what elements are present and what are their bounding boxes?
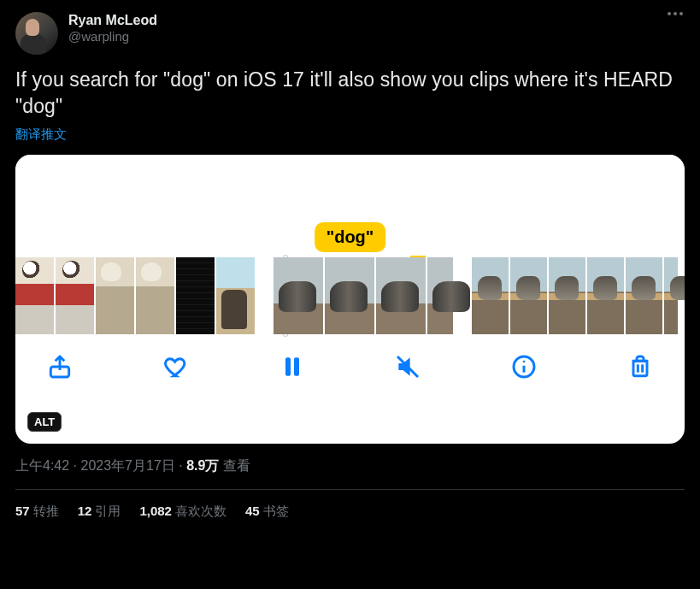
author-names: Ryan McLeod @warpling (68, 12, 157, 45)
stat-quotes[interactable]: 12引用 (78, 504, 121, 520)
tweet-media[interactable]: "dog" (15, 155, 685, 444)
avatar[interactable] (15, 12, 58, 55)
stat-bookmarks[interactable]: 45书签 (245, 504, 289, 520)
clip-thumbnail[interactable] (472, 257, 509, 334)
clip-thumbnail[interactable] (136, 257, 174, 334)
alt-badge[interactable]: ALT (27, 412, 62, 432)
tweet-container: Ryan McLeod @warpling If you search for … (0, 0, 700, 520)
clip-thumbnail[interactable] (587, 257, 624, 334)
clip-thumbnail[interactable] (510, 257, 547, 334)
video-timeline[interactable] (15, 257, 685, 334)
mute-icon[interactable] (392, 351, 423, 382)
svg-rect-7 (633, 361, 647, 375)
tweet-header: Ryan McLeod @warpling (15, 12, 685, 55)
clip-thumbnail[interactable] (96, 257, 134, 334)
clip-thumbnail[interactable] (274, 257, 323, 334)
clip-thumbnail[interactable] (549, 257, 585, 334)
translate-link[interactable]: 翻译推文 (15, 127, 685, 143)
pause-icon[interactable] (277, 351, 308, 382)
info-icon[interactable] (509, 351, 539, 382)
more-options-button[interactable] (668, 12, 683, 15)
clip-group[interactable] (472, 257, 678, 334)
tweet-meta: 上午4:42 · 2023年7月17日 · 8.9万 查看 (15, 457, 685, 475)
stat-likes[interactable]: 1,082喜欢次数 (139, 504, 226, 520)
clip-group[interactable] (15, 257, 255, 334)
svg-rect-1 (285, 357, 291, 375)
search-chip: "dog" (315, 222, 386, 252)
stat-retweets[interactable]: 57转推 (15, 504, 59, 520)
tweet-date[interactable]: 2023年7月17日 (80, 458, 174, 473)
clip-thumbnail[interactable] (626, 257, 662, 334)
clip-thumbnail[interactable] (325, 257, 374, 334)
heart-icon[interactable] (161, 351, 191, 382)
tweet-stats: 57转推 12引用 1,082喜欢次数 45书签 (15, 504, 685, 520)
media-top-area: "dog" (15, 155, 685, 257)
author-handle[interactable]: @warpling (68, 29, 157, 45)
media-toolbar (15, 334, 685, 404)
clip-thumbnail[interactable] (176, 257, 215, 334)
share-icon[interactable] (44, 351, 75, 382)
views-count: 8.9万 (186, 458, 219, 473)
clip-thumbnail[interactable] (376, 257, 426, 334)
clip-thumbnail[interactable] (15, 257, 54, 334)
clip-thumbnail[interactable] (216, 257, 255, 334)
clip-thumbnail[interactable] (56, 257, 94, 334)
clip-group[interactable] (274, 257, 453, 334)
clip-thumbnail[interactable] (664, 257, 678, 334)
views-label: 查看 (219, 458, 250, 473)
divider (15, 489, 685, 490)
tweet-time[interactable]: 上午4:42 (15, 458, 69, 473)
clip-thumbnail[interactable] (427, 257, 453, 334)
svg-point-6 (523, 361, 526, 363)
svg-rect-2 (294, 357, 299, 375)
tweet-text: If you search for "dog" on iOS 17 it'll … (15, 67, 685, 120)
author-display-name[interactable]: Ryan McLeod (68, 12, 157, 29)
trash-icon[interactable] (625, 351, 656, 382)
